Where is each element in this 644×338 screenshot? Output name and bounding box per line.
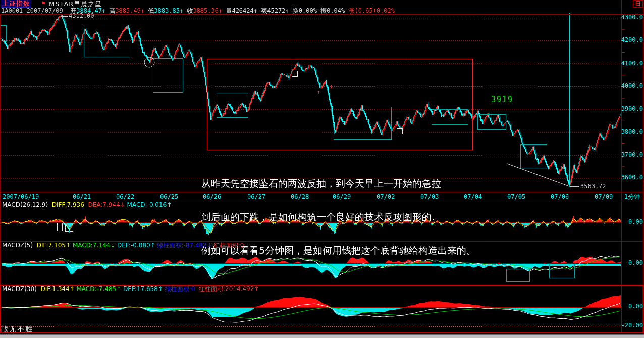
y-axis-label: 3800.0	[621, 129, 643, 135]
status-bar-text: 战无不胜	[1, 325, 33, 333]
indicator-field: DIFF:7.936	[52, 201, 88, 208]
quote-field-value: 3885.49↑	[115, 7, 148, 14]
indicator-axis-label: -20.00	[621, 322, 643, 329]
quote-field-value: 426424↑	[232, 7, 261, 14]
y-axis-label: 4000.0	[621, 83, 643, 89]
indicator-field: 绿柱面积:0	[165, 285, 199, 293]
indicator-field: DEF:17.658	[123, 285, 158, 293]
y-axis-label: 4200.0	[621, 37, 643, 43]
annotation-line-1: 从昨天凭空接坠石的两波反抽，到今天早上一开始的急拉	[201, 178, 476, 189]
indicator-header-MACDZ5: MACDZ(5) DIF:7.105↑ MACD:7.144↓ DEF:-0.0…	[2, 242, 244, 249]
quote-field-value: 0.00%	[299, 7, 320, 14]
quote-field-label: 换	[293, 7, 299, 14]
indicator-field: ↑	[150, 242, 157, 249]
flag-icon: ⚑	[41, 1, 46, 7]
quote-field-label: 涨	[349, 7, 355, 14]
quote-field-value: 3883.85↑	[154, 7, 187, 14]
quote-field-label: 低	[148, 7, 154, 14]
quote-field-value: (0.65)0.02%	[355, 7, 399, 14]
indicator-field: 红柱面积:2014.492	[199, 285, 254, 293]
indicator-header-MACD: MACD(26,12,9) DIFF:7.936 DEA:7.944↓ MACD…	[2, 202, 172, 208]
quote-code-date: 1A0001 2007/07/09	[1, 7, 70, 14]
x-axis-date: 07/06	[551, 194, 569, 200]
indicator-field: 红柱面积:0	[214, 242, 244, 249]
indicator-field: 绿柱面积:-87.482	[157, 242, 207, 249]
price-callout-3919: 3919	[491, 95, 513, 104]
indicator-field: ↓	[207, 242, 214, 249]
x-axis-date: 07/05	[507, 194, 525, 200]
indicator-field: MACD:7.144	[73, 242, 110, 249]
x-axis-date: 06/21	[73, 194, 91, 200]
x-axis-date: 06/27	[247, 194, 265, 200]
quote-field-label: 收	[187, 7, 193, 14]
indicator-field: DEF:-0.080	[117, 242, 150, 249]
trading-terminal-window: 上证指数 ⚑ MSTAR早晨之星 日 4312.00 3563.72 3919 …	[0, 0, 644, 338]
indicator-axis-label: 0.00	[621, 219, 643, 225]
chart-title: MSTAR早晨之星	[49, 1, 102, 8]
indicator-axis-label: 0.00	[621, 303, 643, 310]
x-axis-date: 06/25	[160, 194, 178, 200]
y-axis-label: 3900.0	[621, 106, 643, 112]
y-axis-label: 3700.0	[621, 152, 643, 158]
y-axis-label: 4100.0	[621, 60, 643, 67]
indicator-field: ↑	[167, 201, 172, 208]
indicator-field: ↑	[116, 285, 123, 293]
x-axis-date: 07/04	[464, 194, 482, 200]
indicator-field: ↓	[110, 242, 117, 249]
quote-field-value: 45272↑	[267, 7, 293, 14]
indicator-header-MACDZ30: MACDZ(30) DIF:1.344↑ MACD:-7.485↑ DEF:17…	[2, 286, 259, 293]
indicator-field: MACD(26,12,9)	[2, 201, 52, 208]
quote-field-label: 量	[226, 7, 232, 14]
low-price-label: 3563.72	[580, 183, 606, 190]
indicator-field: DIF:1.344	[40, 285, 69, 293]
x-axis-date: 07/03	[420, 194, 439, 200]
y-axis-label: 3600.0	[621, 174, 643, 181]
indicator-field: DIF:7.105	[37, 242, 66, 249]
quote-field-value: 0.04%	[327, 7, 348, 14]
x-axis-date: 06/28	[291, 194, 309, 200]
indicator-field: MACD:-7.485	[76, 285, 116, 293]
annotation-line-2: 到后面的下跌，是如何构筑一个良好的技术反攻图形的.	[201, 211, 476, 222]
x-axis-date: 2007/06/19	[3, 194, 39, 200]
quote-field-value: 3885.36↑	[193, 7, 226, 14]
indicator-field: MACDZ(5)	[2, 242, 37, 249]
period-selector-button[interactable]: 日	[633, 0, 643, 8]
analysis-annotation: 从昨天凭空接坠石的两波反抽，到今天早上一开始的急拉 到后面的下跌，是如何构筑一个…	[201, 156, 476, 278]
indicator-field: MACDZ(30)	[2, 285, 40, 293]
indicator-field: DEA:7.944	[88, 201, 120, 208]
bottom-status-strip	[0, 334, 644, 338]
quote-field-value: 3884.47↑	[76, 7, 109, 14]
indicator-field: ↑	[158, 285, 165, 293]
x-axis-date: 06/22	[116, 194, 134, 200]
y-axis-label: 4300.0	[621, 14, 643, 21]
x-axis-date: 07/09	[595, 194, 613, 200]
indicator-field: ↑	[66, 242, 73, 249]
indicator-field: ↑	[254, 285, 259, 293]
timeframe-label: 1分钟	[624, 194, 640, 200]
quote-field-label: 振	[320, 7, 327, 14]
indicator-axis-label: 0.00	[621, 260, 643, 266]
quote-field-label: 额	[261, 7, 267, 14]
quote-field-label: 开	[70, 7, 76, 14]
indicator-field: MACD:-0.016	[127, 201, 167, 208]
x-axis-date: 06/29	[333, 194, 351, 200]
quote-field-label: 高	[109, 7, 115, 14]
quote-row: 1A0001 2007/07/09 开3884.47↑ 高3885.49↑ 低3…	[1, 8, 398, 14]
x-axis-date: 07/02	[377, 194, 395, 200]
indicator-field: ↑	[70, 285, 77, 293]
x-axis-date: 06/26	[203, 194, 221, 200]
indicator-field: ↓	[120, 201, 127, 208]
